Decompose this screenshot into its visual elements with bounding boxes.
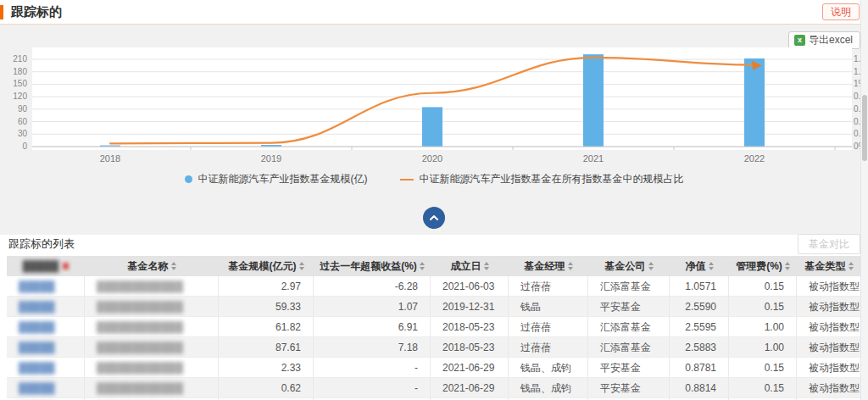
cell-manager: 钱晶、成钧: [509, 358, 588, 378]
column-header-3[interactable]: 过去一年超额收益(%): [314, 259, 431, 274]
table-row[interactable]: █████████████████2.33-2021-06-29钱晶、成钧平安基…: [7, 358, 861, 378]
column-label: 管理费(%): [736, 259, 782, 274]
cell-fee: 0.15: [729, 358, 797, 378]
cell-scale: 0.62: [219, 378, 314, 398]
excel-icon: x: [794, 35, 805, 46]
cell-code[interactable]: █████: [7, 358, 85, 378]
table-body: █████████████████2.97-6.282021-06-03过蓓蓓汇…: [7, 276, 861, 400]
column-header-4[interactable]: 成立日: [431, 259, 509, 274]
scrollbar-thumb[interactable]: [862, 95, 867, 161]
cell-code[interactable]: █████: [7, 276, 85, 297]
fund-code-link[interactable]: █████: [19, 301, 55, 313]
cell-excess: 7.18: [314, 337, 431, 358]
cell-nav: 0.8781: [670, 358, 729, 378]
cell-type: 被动指数型: [797, 378, 861, 398]
export-label: 导出excel: [809, 32, 853, 48]
cell-code[interactable]: █████: [7, 317, 85, 337]
cell-manager: 过蓓蓓: [509, 317, 588, 337]
cell-nav: 1.0571: [670, 276, 729, 297]
collapse-button[interactable]: [423, 207, 445, 229]
column-label: 净值: [686, 259, 706, 274]
cell-excess: -6.28: [314, 276, 431, 297]
cell-founded: 2021-06-29: [431, 358, 509, 378]
masked-badge: [63, 263, 69, 269]
table-row[interactable]: █████████████████2.97-6.282021-06-03过蓓蓓汇…: [7, 276, 861, 297]
fund-name-text: ████████████: [97, 362, 183, 374]
y-axis-label: 30: [2, 129, 27, 139]
fund-code-link[interactable]: █████: [19, 281, 55, 292]
cell-fee: 1.00: [729, 337, 797, 358]
fund-code-link[interactable]: █████: [19, 342, 55, 353]
fund-name-text: ████████████: [97, 281, 183, 292]
table-row[interactable]: █████████████████59.331.072019-12-31钱晶平安…: [7, 297, 861, 317]
chart-legend: 中证新能源汽车产业指数基金规模(亿)中证新能源汽车产业指数基金在所有指数基金中的…: [0, 172, 868, 186]
column-header-6[interactable]: 基金公司: [588, 259, 670, 274]
sort-icon: [171, 262, 176, 270]
column-header-7[interactable]: 净值: [670, 259, 729, 274]
sort-icon: [420, 262, 425, 270]
column-header-8[interactable]: 管理费(%): [729, 259, 797, 274]
cell-code[interactable]: █████: [7, 337, 85, 358]
y-axis-label: 60: [2, 117, 27, 127]
fund-code-link[interactable]: █████: [19, 321, 55, 333]
table-row[interactable]: █████████████████87.617.182018-05-23过蓓蓓汇…: [7, 337, 861, 358]
column-label: 基金名称: [128, 259, 169, 274]
cell-nav: 2.5595: [670, 317, 729, 337]
legend-item-bar[interactable]: 中证新能源汽车产业指数基金规模(亿): [185, 172, 368, 186]
cell-excess: 1.07: [314, 297, 431, 317]
accent-bar: [0, 5, 3, 19]
y-axis-label: 120: [2, 92, 27, 102]
table-row[interactable]: █████████████████61.826.912018-05-23过蓓蓓汇…: [7, 317, 861, 337]
chart-panel: x 导出excel 中证新能源汽车产业指数基金规模(亿)中证新能源汽车产业指数基…: [0, 25, 868, 235]
cell-excess: -: [314, 378, 431, 398]
cell-fee: 1.00: [729, 317, 797, 337]
cell-founded: 2021-06-29: [431, 378, 509, 398]
y-axis-label: 210: [2, 54, 27, 64]
sort-icon: [484, 262, 489, 270]
table-header-row: █████基金名称基金规模(亿元)过去一年超额收益(%)成立日基金经理基金公司净…: [7, 256, 861, 276]
cell-founded: 2018-05-23: [431, 317, 509, 337]
cell-manager: 过蓓蓓: [509, 337, 588, 358]
cell-code[interactable]: █████: [7, 297, 85, 317]
cell-nav: 2.5883: [670, 337, 729, 358]
column-header-5[interactable]: 基金经理: [509, 259, 588, 274]
legend-item-line[interactable]: 中证新能源汽车产业指数基金在所有指数基金中的规模占比: [400, 172, 684, 186]
column-label: 过去一年超额收益(%): [320, 259, 417, 274]
column-label: 基金公司: [605, 259, 646, 274]
cell-manager: 过蓓蓓: [509, 276, 588, 297]
cell-name: ████████████: [85, 276, 219, 297]
cell-company: 平安基金: [588, 378, 670, 398]
y-axis-label: 90: [2, 104, 27, 114]
column-label: 基金规模(亿元): [229, 259, 297, 274]
fund-code-link[interactable]: █████: [19, 382, 55, 394]
cell-excess: -: [314, 358, 431, 378]
cell-type: 被动指数型: [797, 297, 861, 317]
cell-name: ████████████: [85, 378, 219, 398]
column-header-1[interactable]: 基金名称: [85, 259, 219, 274]
legend-label: 中证新能源汽车产业指数基金规模(亿): [198, 172, 368, 186]
table-row[interactable]: █████████████████0.62-2021-06-29钱晶、成钧平安基…: [7, 378, 861, 398]
cell-name: ████████████: [85, 358, 219, 378]
sort-icon: [568, 262, 573, 270]
export-excel-button[interactable]: x 导出excel: [788, 31, 860, 49]
cell-nav: 2.5590: [670, 297, 729, 317]
cell-code[interactable]: █████: [7, 378, 85, 398]
cell-company: 汇添富基金: [588, 337, 670, 358]
cell-type: 被动指数型: [797, 337, 861, 358]
column-label: 基金类型: [805, 259, 846, 274]
cell-scale: 2.33: [219, 358, 314, 378]
fund-name-text: ████████████: [97, 382, 183, 394]
cell-company: 汇添富基金: [588, 317, 670, 337]
scrollbar-track[interactable]: [860, 0, 868, 400]
fund-code-link[interactable]: █████: [19, 362, 55, 374]
sort-icon: [709, 262, 714, 270]
sort-icon: [849, 262, 854, 270]
help-button[interactable]: 说明: [822, 3, 860, 20]
fund-table: █████基金名称基金规模(亿元)过去一年超额收益(%)成立日基金经理基金公司净…: [7, 256, 861, 400]
fund-compare-button[interactable]: 基金对比: [798, 234, 860, 254]
sort-icon: [648, 262, 654, 270]
column-header-9[interactable]: 基金类型: [797, 259, 861, 274]
legend-line-icon: [400, 179, 414, 181]
cell-fee: 0.15: [729, 276, 797, 297]
column-header-2[interactable]: 基金规模(亿元): [219, 259, 314, 274]
